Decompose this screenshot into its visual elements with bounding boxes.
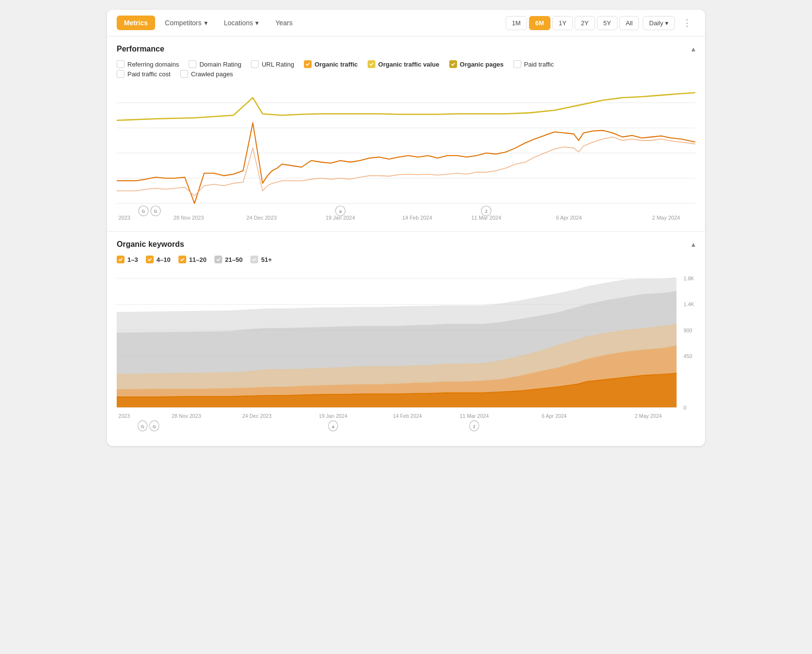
kw-cb-21-50	[214, 256, 222, 263]
svg-text:2: 2	[473, 424, 476, 429]
svg-text:1.4K: 1.4K	[684, 301, 694, 308]
svg-text:2 May 2024: 2 May 2024	[652, 215, 680, 221]
svg-text:24 Dec 2023: 24 Dec 2023	[247, 215, 277, 221]
cb-organicpages-box	[449, 60, 457, 68]
cb-paid-traffic[interactable]: Paid traffic	[513, 60, 554, 68]
keywords-collapse-btn[interactable]	[691, 240, 695, 249]
more-options-button[interactable]: ⋮	[679, 16, 695, 30]
svg-text:6 Apr 2024: 6 Apr 2024	[542, 413, 566, 419]
svg-text:2: 2	[485, 209, 487, 214]
cb-crawled-pages[interactable]: Crawled pages	[180, 70, 233, 78]
cb-referring[interactable]: Referring domains	[117, 60, 179, 68]
kw-cb-11-20	[178, 256, 186, 263]
svg-text:19 Jan 2024: 19 Jan 2024	[319, 413, 348, 419]
time-1y[interactable]: 1Y	[552, 16, 573, 30]
svg-text:G: G	[142, 209, 145, 214]
svg-text:G: G	[141, 424, 144, 429]
keywords-chart-svg: 1.8K 1.4K 900 450 0 2 Nov 2	[117, 268, 695, 438]
svg-text:450: 450	[684, 353, 692, 359]
chevron-down-icon: ▾	[665, 19, 669, 27]
kw-cb-4-10	[146, 256, 154, 263]
keywords-section: Organic keywords 1–3 4–10 11–20	[107, 232, 705, 446]
nav-left: Metrics Competitors ▾ Locations ▾ Years	[117, 16, 300, 30]
cb-crawled-box	[180, 70, 188, 78]
performance-header: Performance	[117, 44, 695, 53]
svg-text:a: a	[332, 424, 335, 429]
kw-filter-11-20[interactable]: 11–20	[178, 256, 207, 263]
cb-organic-value[interactable]: Organic traffic value	[368, 60, 440, 68]
svg-text:6 Apr 2024: 6 Apr 2024	[556, 215, 582, 221]
cb-domain-rating[interactable]: Domain Rating	[189, 60, 241, 68]
cb-url-rating[interactable]: URL Rating	[251, 60, 294, 68]
cb-referring-box	[117, 60, 124, 68]
tab-years[interactable]: Years	[268, 16, 299, 30]
svg-text:0: 0	[684, 404, 687, 411]
tab-locations[interactable]: Locations ▾	[217, 16, 266, 30]
svg-text:900: 900	[684, 327, 692, 333]
kw-filter-1-3[interactable]: 1–3	[117, 256, 138, 263]
keywords-title: Organic keywords	[117, 240, 184, 249]
chevron-icon: ▾	[204, 19, 208, 27]
keywords-filters: 1–3 4–10 11–20 21–50	[117, 256, 695, 263]
performance-chart: 2 Nov 2023 28 Nov 2023 24 Dec 2023 19 Ja…	[117, 83, 695, 224]
svg-text:a: a	[339, 209, 342, 214]
svg-text:2 Nov 2023: 2 Nov 2023	[117, 215, 130, 221]
performance-chart-svg: 2 Nov 2023 28 Nov 2023 24 Dec 2023 19 Ja…	[117, 83, 695, 224]
svg-text:2 Nov 2023: 2 Nov 2023	[117, 413, 130, 419]
cb-domain-box	[189, 60, 196, 68]
svg-text:G: G	[154, 209, 158, 214]
chevron-icon: ▾	[255, 19, 259, 27]
svg-text:28 Nov 2023: 28 Nov 2023	[172, 413, 201, 419]
time-2y[interactable]: 2Y	[575, 16, 595, 30]
svg-text:11 Mar 2024: 11 Mar 2024	[459, 413, 489, 419]
keywords-chart: 1.8K 1.4K 900 450 0 2 Nov 2	[117, 268, 695, 438]
cb-paidcost-box	[117, 70, 124, 78]
kw-filter-51plus[interactable]: 51+	[250, 256, 272, 263]
tab-metrics[interactable]: Metrics	[117, 16, 155, 30]
top-nav: Metrics Competitors ▾ Locations ▾ Years …	[107, 10, 705, 36]
performance-checkboxes-row1: Referring domains Domain Rating URL Rati…	[117, 60, 695, 68]
time-all[interactable]: All	[619, 16, 639, 30]
performance-section: Performance Referring domains Domain Rat…	[107, 36, 705, 232]
time-5y[interactable]: 5Y	[597, 16, 618, 30]
svg-text:24 Dec 2023: 24 Dec 2023	[242, 413, 271, 419]
cb-url-box	[251, 60, 259, 68]
svg-text:14 Feb 2024: 14 Feb 2024	[402, 215, 432, 221]
cb-organicval-box	[368, 60, 375, 68]
kw-cb-51plus	[250, 256, 258, 263]
svg-text:28 Nov 2023: 28 Nov 2023	[174, 215, 204, 221]
cb-organic-pages[interactable]: Organic pages	[449, 60, 504, 68]
performance-collapse-btn[interactable]	[691, 44, 695, 53]
svg-text:14 Feb 2024: 14 Feb 2024	[393, 413, 422, 419]
cb-paid-box	[513, 60, 521, 68]
svg-text:1.8K: 1.8K	[684, 275, 694, 282]
time-1m[interactable]: 1M	[506, 16, 527, 30]
cb-organic-box	[304, 60, 312, 68]
cb-organic-traffic[interactable]: Organic traffic	[304, 60, 358, 68]
performance-checkboxes-row2: Paid traffic cost Crawled pages	[117, 70, 695, 78]
kw-cb-1-3	[117, 256, 124, 263]
keywords-header: Organic keywords	[117, 240, 695, 249]
kw-filter-21-50[interactable]: 21–50	[214, 256, 243, 263]
performance-title: Performance	[117, 45, 164, 53]
tab-competitors[interactable]: Competitors ▾	[158, 16, 214, 30]
svg-text:G: G	[153, 424, 156, 429]
granularity-button[interactable]: Daily ▾	[643, 16, 675, 30]
time-6m[interactable]: 6M	[529, 16, 550, 30]
main-container: Metrics Competitors ▾ Locations ▾ Years …	[107, 10, 705, 446]
svg-text:2 May 2024: 2 May 2024	[635, 413, 662, 419]
kw-filter-4-10[interactable]: 4–10	[146, 256, 171, 263]
nav-right: 1M 6M 1Y 2Y 5Y All Daily ▾ ⋮	[506, 16, 695, 30]
cb-paid-cost[interactable]: Paid traffic cost	[117, 70, 171, 78]
